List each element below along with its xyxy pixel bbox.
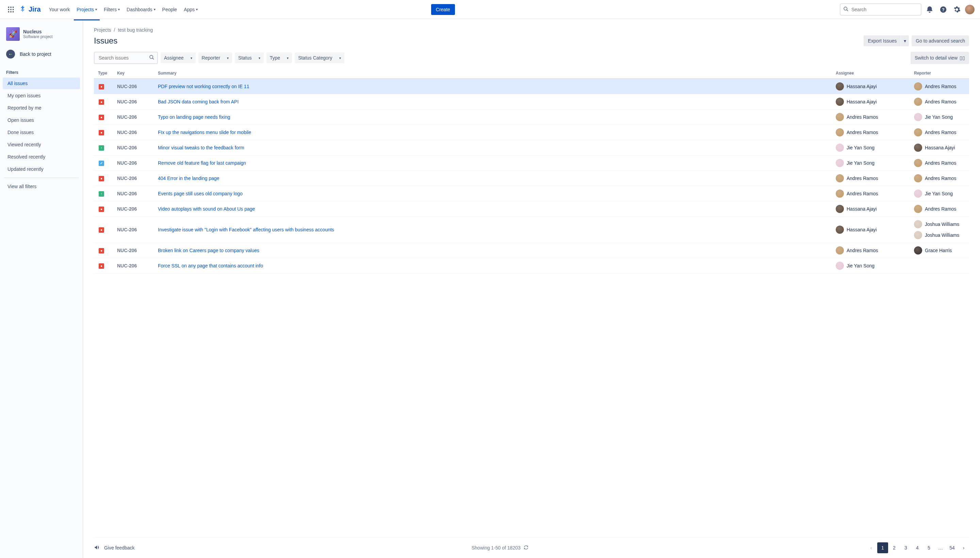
column-header-assignee[interactable]: Assignee (833, 68, 911, 79)
table-row[interactable]: ✓ NUC-206 Remove old feature flag for la… (94, 156, 969, 171)
issue-key[interactable]: NUC-206 (114, 202, 155, 217)
export-issues-dropdown[interactable]: ▾ (901, 35, 909, 46)
create-button[interactable]: Create (431, 4, 455, 15)
filter-item-viewed-recently[interactable]: Viewed recently (3, 139, 80, 150)
assignee-cell[interactable]: Andres Ramos (836, 190, 909, 198)
page-2[interactable]: 2 (889, 542, 900, 553)
page-3[interactable]: 3 (900, 542, 911, 553)
table-row[interactable]: ↑ NUC-206 Events page still uses old com… (94, 186, 969, 202)
assignee-cell[interactable]: Hassana Ajayi (836, 98, 909, 106)
issue-summary[interactable]: Typo on landing page needs fixing (158, 114, 230, 120)
column-header-key[interactable]: Key (114, 68, 155, 79)
prev-page-button[interactable]: ‹ (866, 542, 877, 553)
column-header-summary[interactable]: Summary (155, 68, 833, 79)
reporter-cell[interactable]: Andres Ramos (914, 82, 966, 90)
table-row[interactable]: ● NUC-206 Typo on landing page needs fix… (94, 110, 969, 125)
filter-item-all-issues[interactable]: All issues (3, 77, 80, 89)
reporter-cell[interactable]: Jie Yan Song (914, 190, 966, 198)
export-issues-button[interactable]: Export Issues (863, 35, 901, 46)
assignee-cell[interactable]: Jie Yan Song (836, 262, 909, 270)
issue-summary[interactable]: Events page still uses old company logo (158, 191, 243, 196)
issue-summary[interactable]: Remove old feature flag for last campaig… (158, 160, 246, 166)
table-row[interactable]: ● NUC-206 Broken link on Careers page to… (94, 243, 969, 258)
jira-logo[interactable]: Jira (19, 5, 41, 14)
profile-avatar[interactable] (965, 5, 975, 14)
table-row[interactable]: ● NUC-206 404 Error in the landing page … (94, 171, 969, 186)
issue-key[interactable]: NUC-206 (114, 94, 155, 110)
table-row[interactable]: ● NUC-206 Force SSL on any page that con… (94, 258, 969, 274)
issue-summary[interactable]: FIx up the navigations menu slide for mo… (158, 130, 251, 135)
table-row[interactable]: ● NUC-206 Bad JSON data coming back from… (94, 94, 969, 110)
nav-item-apps[interactable]: Apps ▾ (181, 4, 200, 15)
issue-key[interactable]: NUC-206 (114, 171, 155, 186)
issue-key[interactable]: NUC-206 (114, 243, 155, 258)
filter-status[interactable]: Status▾ (235, 53, 264, 63)
issue-summary[interactable]: 404 Error in the landing page (158, 176, 220, 181)
issue-summary[interactable]: PDF preview not working correctly on IE … (158, 84, 249, 89)
page-54[interactable]: 54 (947, 542, 957, 553)
filter-assignee[interactable]: Assignee▾ (161, 53, 196, 63)
filter-item-reported-by-me[interactable]: Reported by me (3, 102, 80, 114)
settings-icon[interactable] (951, 4, 962, 15)
filter-type[interactable]: Type▾ (266, 53, 292, 63)
reporter-cell[interactable]: Andres Ramos (914, 205, 966, 213)
page-4[interactable]: 4 (912, 542, 923, 553)
notifications-icon[interactable] (924, 4, 935, 15)
assignee-cell[interactable]: Andres Ramos (836, 246, 909, 254)
issue-key[interactable]: NUC-206 (114, 258, 155, 274)
breadcrumb-current[interactable]: test bug tracking (118, 27, 153, 33)
assignee-cell[interactable]: Jie Yan Song (836, 159, 909, 167)
nav-item-dashboards[interactable]: Dashboards ▾ (124, 4, 158, 15)
filter-item-open-issues[interactable]: Open issues (3, 114, 80, 126)
nav-item-projects[interactable]: Projects ▾ (74, 4, 100, 15)
reporter-cell[interactable]: Andres Ramos (914, 159, 966, 167)
table-row[interactable]: ● NUC-206 Video autoplays with sound on … (94, 202, 969, 217)
filter-item-updated-recently[interactable]: Updated recently (3, 163, 80, 175)
issue-summary[interactable]: Video autoplays with sound on About Us p… (158, 206, 255, 212)
app-switcher-icon[interactable] (5, 4, 16, 15)
column-header-reporter[interactable]: Reporter (911, 68, 969, 79)
reporter-cell[interactable]: Jie Yan Song (914, 113, 966, 121)
back-to-project[interactable]: ← Back to project (3, 46, 80, 62)
issue-summary[interactable]: Investigate issue with "Login with Faceb… (158, 227, 334, 232)
reporter-cell[interactable]: Joshua Williams (914, 231, 966, 239)
reporter-cell[interactable]: Grace Harris (914, 246, 966, 254)
filter-item-resolved-recently[interactable]: Resolved recently (3, 151, 80, 162)
breadcrumb-projects[interactable]: Projects (94, 27, 111, 33)
nav-item-your-work[interactable]: Your work (46, 4, 73, 15)
switch-view-button[interactable]: Switch to detail view ▯▯ (911, 52, 969, 64)
reporter-cell[interactable]: Joshua Williams (914, 220, 966, 228)
table-row[interactable]: ↑ NUC-206 Minor visual tweaks to the fee… (94, 140, 969, 156)
global-search-input[interactable] (840, 3, 921, 16)
issue-summary[interactable]: Minor visual tweaks to the feedback form (158, 145, 244, 150)
filter-item-done-issues[interactable]: Done issues (3, 126, 80, 138)
issue-key[interactable]: NUC-206 (114, 125, 155, 140)
issue-summary[interactable]: Force SSL on any page that contains acco… (158, 263, 263, 268)
assignee-cell[interactable]: Hassana Ajayi (836, 82, 909, 90)
reporter-cell[interactable]: Andres Ramos (914, 174, 966, 182)
page-5[interactable]: 5 (924, 542, 934, 553)
reporter-cell[interactable]: Hassana Ajayi (914, 144, 966, 152)
assignee-cell[interactable]: Andres Ramos (836, 128, 909, 136)
assignee-cell[interactable]: Andres Ramos (836, 113, 909, 121)
nav-item-people[interactable]: People (159, 4, 180, 15)
give-feedback[interactable]: Give feedback (94, 544, 135, 552)
column-header-type[interactable]: Type (94, 68, 114, 79)
assignee-cell[interactable]: Andres Ramos (836, 174, 909, 182)
issue-key[interactable]: NUC-206 (114, 156, 155, 171)
help-icon[interactable]: ? (938, 4, 949, 15)
filter-status-category[interactable]: Status Category▾ (295, 53, 344, 63)
reporter-cell[interactable]: Andres Ramos (914, 128, 966, 136)
issue-key[interactable]: NUC-206 (114, 186, 155, 202)
table-row[interactable]: ● NUC-206 PDF preview not working correc… (94, 79, 969, 94)
view-all-filters[interactable]: View all filters (3, 181, 80, 192)
issue-key[interactable]: NUC-206 (114, 217, 155, 243)
issue-key[interactable]: NUC-206 (114, 79, 155, 94)
issue-summary[interactable]: Broken link on Careers page to company v… (158, 248, 259, 253)
search-issues-input[interactable] (94, 52, 158, 64)
assignee-cell[interactable]: Hassana Ajayi (836, 226, 909, 234)
issue-key[interactable]: NUC-206 (114, 140, 155, 156)
table-row[interactable]: ● NUC-206 FIx up the navigations menu sl… (94, 125, 969, 140)
nav-item-filters[interactable]: Filters ▾ (101, 4, 123, 15)
advanced-search-button[interactable]: Go to advanced search (912, 35, 969, 46)
